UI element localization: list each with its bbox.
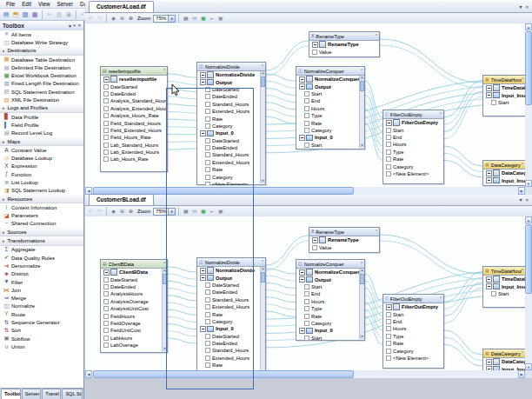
node-field-row[interactable]: DateEnded▸▸	[197, 340, 265, 347]
save-icon[interactable]: ▨	[21, 10, 30, 19]
checkbox-icon[interactable]	[205, 109, 210, 114]
horizontal-scrollbar[interactable]: ◀▶	[85, 370, 525, 378]
collapse-icon[interactable]: ^	[163, 262, 165, 266]
pin-icon[interactable]: ⌖	[73, 23, 76, 29]
node-conquer[interactable]: ◫NormalizeConquer^NormalizeConquer▸▸Outp…	[296, 66, 365, 150]
node-conquer[interactable]: ◫NormalizeConquer^NormalizeConquer▸▸Outp…	[296, 259, 365, 341]
node-field-row[interactable]: Category▸▸	[197, 318, 265, 325]
toolbox-item-parameters[interactable]: ◪Parameters	[0, 212, 83, 220]
node-field-row[interactable]: Start▸▸	[383, 126, 443, 133]
new-icon[interactable]: ▤	[2, 10, 10, 19]
expand-box-icon[interactable]	[486, 92, 492, 98]
node-field-row[interactable]: Rate▸▸	[197, 310, 265, 317]
checkbox-icon[interactable]	[205, 145, 210, 150]
expand-box-icon[interactable]	[312, 42, 318, 48]
checkbox-icon[interactable]	[386, 164, 391, 170]
toolbox-item-excel-workbook-destination[interactable]: ▦Excel Workbook Destination	[0, 71, 83, 79]
checkbox-icon[interactable]	[304, 321, 309, 326]
node-field-row[interactable]: Category▸▸	[197, 173, 265, 180]
checkbox-icon[interactable]	[386, 356, 391, 361]
toolbox-item-xml-file-destination[interactable]: ▨XML File Destination	[0, 96, 83, 103]
node-datacat[interactable]: ▦DataCategory^DataCategory▸Input_Insert▸	[482, 160, 525, 186]
checkbox-icon[interactable]	[386, 150, 391, 155]
expand-box-icon[interactable]	[299, 135, 305, 141]
node-group-row[interactable]: RenameType▸▸	[309, 236, 379, 243]
node-field-row[interactable]: DateStarted▸	[101, 276, 167, 283]
node-field-row[interactable]: Extended_Hours▸▸	[197, 159, 265, 166]
node-title-bar[interactable]: ◫NormalizeDivide^	[197, 63, 265, 71]
scroll-thumb[interactable]	[360, 81, 364, 91]
tab-customeraload-df[interactable]: CustomerALoad.df	[89, 1, 154, 12]
expand-box-icon[interactable]	[486, 283, 492, 289]
frame-icon[interactable]: ▭	[190, 15, 198, 23]
node-field-row[interactable]: Analysis_Standard_Hours▸	[101, 97, 167, 104]
node-filter[interactable]: ▽FilterOutEmpty^FilterOutEmpty▸▸Start▸▸E…	[382, 294, 444, 369]
toolbox-item-shared-connection[interactable]: ~Shared Connection	[0, 220, 83, 228]
overview-icon[interactable]: ▣	[216, 15, 224, 23]
node-source[interactable]: ▤ClientBData^ClientBData▸DateStarted▸Dat…	[100, 259, 168, 353]
expand-box-icon[interactable]	[299, 83, 305, 90]
checkbox-icon[interactable]	[205, 94, 210, 99]
toolbox-item-database-write-strategy[interactable]: ◫Database Write Strategy	[0, 38, 83, 46]
redo-icon[interactable]: ↷	[96, 208, 103, 216]
checkbox-icon[interactable]	[205, 102, 210, 107]
node-group-row[interactable]: Output▸▸	[197, 78, 265, 85]
node-group-row[interactable]: DataCategory▸	[483, 358, 525, 365]
scroll-down-icon[interactable]: ▼	[525, 180, 532, 187]
node-scrollbar[interactable]: ▲▼	[260, 267, 265, 370]
checkbox-icon[interactable]	[205, 138, 210, 143]
checkbox-icon[interactable]	[205, 312, 210, 317]
checkbox-icon[interactable]	[386, 349, 391, 354]
dataflow-canvas[interactable]: ▤resellerinputfile^resellerinputfile▸Dat…	[85, 23, 525, 187]
scroll-right-icon[interactable]: ▶	[518, 370, 525, 378]
node-title-bar[interactable]: ◫NormalizeDivide^	[197, 258, 265, 267]
checkbox-icon[interactable]	[386, 334, 391, 339]
checkbox-icon[interactable]	[386, 156, 391, 162]
chevron-down-icon[interactable]: ▼	[168, 209, 175, 215]
toolbox-item-database-table-destination[interactable]: ▦Database Table Destination	[0, 56, 83, 63]
expand-box-icon[interactable]	[103, 76, 110, 83]
node-field-row[interactable]: End▸▸	[383, 318, 443, 325]
scroll-thumb[interactable]	[525, 31, 532, 105]
node-title-bar[interactable]: ▦DataCategory^	[483, 161, 525, 170]
collapse-icon[interactable]: ^	[522, 77, 523, 82]
node-field-row[interactable]: Rate▸▸	[197, 362, 265, 369]
node-field-row[interactable]: Category▸▸	[383, 163, 443, 170]
grid-icon[interactable]: ▦	[199, 15, 207, 23]
node-rename[interactable]: XRenameType^RenameType▸▸Value▸▸	[309, 31, 380, 57]
node-field-row[interactable]: DateStarted▸▸	[197, 137, 265, 144]
close-icon[interactable]: ×	[525, 4, 529, 10]
node-field-row[interactable]: Type▸▸	[383, 149, 443, 156]
node-group-row[interactable]: NormalizeConquer▸▸	[296, 76, 364, 83]
node-group-row[interactable]: Output▸▸	[296, 276, 364, 283]
toolbox-item-sequence-generator[interactable]: ⇅Sequence Generator	[0, 318, 83, 326]
node-field-row[interactable]: FieldHours▸	[101, 312, 167, 319]
scroll-thumb[interactable]	[261, 76, 265, 87]
close-icon[interactable]: ×	[525, 197, 529, 203]
toolbox-item-fixed-length-file-destination[interactable]: ▥Fixed Length File Destination	[0, 80, 83, 88]
node-scrollbar[interactable]: ▲▼	[359, 269, 364, 339]
expand-box-icon[interactable]	[200, 130, 206, 136]
checkbox-icon[interactable]	[304, 91, 309, 96]
scroll-down-icon[interactable]: ▼	[360, 143, 364, 148]
collapse-icon[interactable]: ^	[163, 69, 165, 73]
node-group-row[interactable]: FilterOutEmpty▸▸	[383, 303, 443, 310]
checkbox-icon[interactable]	[103, 342, 109, 348]
pan-icon[interactable]: ◈	[110, 208, 117, 216]
checkbox-icon[interactable]	[103, 291, 109, 296]
node-field-row[interactable]: Hours▸▸	[383, 141, 443, 148]
node-title-bar[interactable]: ◫NormalizeConquer^	[296, 260, 364, 269]
expand-box-icon[interactable]	[386, 120, 392, 126]
node-field-row[interactable]: DateEnded▸▸	[197, 144, 265, 151]
menu-file[interactable]: File	[3, 1, 18, 7]
collapse-icon[interactable]: ^	[522, 269, 523, 273]
node-group-row[interactable]: resellerinputfile▸	[101, 76, 167, 83]
copy-icon[interactable]: ▥	[55, 10, 63, 19]
node-field-row[interactable]: Rate▸▸	[383, 156, 443, 163]
expand-box-icon[interactable]	[386, 304, 392, 310]
zoom-in-icon[interactable]: ⊕	[127, 208, 135, 216]
route-lines-icon[interactable]: ⌐	[208, 208, 216, 216]
toolbox-item-subflow[interactable]: ▣Subflow	[0, 335, 83, 342]
node-divide[interactable]: ◫NormalizeDivide^NormalizeDivide▸▸Output…	[196, 62, 266, 185]
checkbox-icon[interactable]	[205, 297, 210, 303]
